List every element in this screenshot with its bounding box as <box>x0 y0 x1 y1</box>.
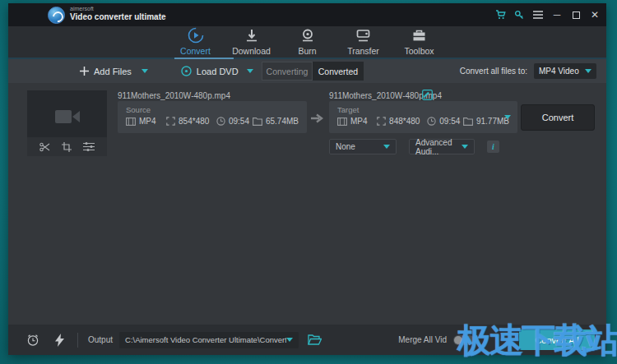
store-cart-icon[interactable] <box>494 9 506 21</box>
main-nav: Convert Download Burn Transfer Toolbox <box>8 26 606 58</box>
toolbox-icon <box>412 29 426 44</box>
output-path-value: C:\Aimersoft Video Converter Ultimate\Co… <box>125 335 286 344</box>
folder-icon <box>253 117 262 126</box>
merge-all-toggle[interactable] <box>453 335 475 345</box>
add-files-dropdown-caret[interactable] <box>141 69 148 73</box>
app-window: aimersoft Video converter ultimate ─ ✕ C… <box>8 3 606 355</box>
dvd-icon <box>181 66 192 76</box>
tab-toolbox-label: Toolbox <box>404 46 434 56</box>
audio-select-value: Advanced Audi... <box>415 138 462 156</box>
app-title: Video converter ultimate <box>70 12 166 21</box>
tab-converted[interactable]: Converted <box>313 62 364 81</box>
tab-transfer-label: Transfer <box>347 46 379 56</box>
register-key-icon[interactable] <box>513 9 525 21</box>
bottom-bar: Output C:\Aimersoft Video Converter Ulti… <box>8 325 606 355</box>
brand-label: aimersoft <box>70 6 166 12</box>
video-thumbnail <box>27 90 107 156</box>
resolution-icon <box>166 117 175 126</box>
source-resolution: 854*480 <box>166 117 216 126</box>
target-settings-caret[interactable] <box>504 115 511 119</box>
add-files-button[interactable]: Add Files <box>80 67 132 76</box>
target-resolution: 848*480 <box>377 117 427 126</box>
convert-icon <box>188 29 204 44</box>
queue-tabs: Converting Converted <box>262 62 364 81</box>
tab-download[interactable]: Download <box>228 29 276 56</box>
source-label: Source <box>126 105 299 114</box>
output-path-caret <box>286 338 293 342</box>
clock-icon <box>427 117 436 126</box>
load-dvd-label: Load DVD <box>197 67 239 76</box>
open-folder-icon[interactable] <box>308 334 322 345</box>
schedule-timer-icon[interactable] <box>26 334 39 347</box>
target-info-box: Target MP4 848*480 09:54 91.77MB <box>329 101 517 133</box>
source-format: MP4 <box>126 117 166 126</box>
audio-select[interactable]: Advanced Audi... <box>409 139 475 154</box>
effect-select-value: None <box>336 142 355 151</box>
format-film-icon <box>126 117 136 126</box>
convert-all-button[interactable]: Convert All <box>519 329 595 350</box>
transfer-device-icon <box>356 29 370 44</box>
load-dvd-button[interactable]: Load DVD <box>181 66 239 76</box>
download-icon <box>245 29 258 44</box>
resolution-icon <box>377 117 386 126</box>
high-speed-icon[interactable] <box>53 334 66 347</box>
plus-icon <box>80 67 89 76</box>
format-dropdown-caret <box>585 69 591 73</box>
info-button[interactable]: i <box>487 141 499 153</box>
output-path-select[interactable]: C:\Aimersoft Video Converter Ultimate\Co… <box>119 332 299 348</box>
file-list: 911Mothers_2010W-480p.mp4 911Mothers_201… <box>8 83 606 325</box>
tab-burn-label: Burn <box>298 46 316 56</box>
target-size: 91.77MB <box>463 117 509 126</box>
source-filename: 911Mothers_2010W-480p.mp4 <box>118 91 230 100</box>
merge-all-label: Merge All Vid <box>398 335 447 344</box>
tab-toolbox[interactable]: Toolbox <box>396 29 443 56</box>
trim-scissors-icon[interactable] <box>39 142 50 152</box>
tab-transfer[interactable]: Transfer <box>340 29 387 56</box>
maximize-button[interactable] <box>570 9 582 21</box>
target-label: Target <box>337 105 509 114</box>
clock-icon <box>216 117 225 126</box>
folder-icon <box>463 117 473 126</box>
rename-edit-icon[interactable] <box>422 90 433 102</box>
effect-select-caret <box>383 145 390 149</box>
convert-all-to-label: Convert all files to: <box>460 67 527 76</box>
source-info-box: Source MP4 854*480 09:54 65.74MB <box>118 101 307 133</box>
video-camera-icon <box>27 102 107 131</box>
output-label: Output <box>88 335 113 344</box>
tab-converting[interactable]: Converting <box>262 62 313 81</box>
tab-convert[interactable]: Convert <box>172 29 220 56</box>
source-to-target-arrow-icon <box>311 113 326 125</box>
target-format: MP4 <box>337 117 377 126</box>
edit-toolbar <box>27 137 107 156</box>
source-duration: 09:54 <box>216 117 253 126</box>
effects-adjust-icon[interactable] <box>83 142 95 151</box>
effect-select[interactable]: None <box>329 139 397 154</box>
minimize-button[interactable]: ─ <box>551 9 563 21</box>
app-logo-icon <box>48 7 65 24</box>
divider <box>77 333 78 348</box>
source-size: 65.74MB <box>253 117 299 126</box>
toolbar: Add Files Load DVD Converting Converted … <box>8 59 606 83</box>
menu-icon[interactable] <box>532 9 544 21</box>
target-duration: 09:54 <box>427 117 463 126</box>
format-film-icon <box>337 117 347 126</box>
output-format-value: MP4 Video <box>539 67 579 76</box>
add-files-label: Add Files <box>94 67 132 76</box>
convert-button[interactable]: Convert <box>521 104 595 131</box>
output-format-select[interactable]: MP4 Video <box>534 63 596 79</box>
close-button[interactable]: ✕ <box>589 9 601 21</box>
crop-icon[interactable] <box>62 142 72 152</box>
audio-select-caret <box>462 145 468 149</box>
tab-convert-label: Convert <box>180 46 211 56</box>
tab-download-label: Download <box>232 46 271 56</box>
burn-disc-icon <box>301 29 314 44</box>
tab-burn[interactable]: Burn <box>284 29 332 56</box>
titlebar: aimersoft Video converter ultimate ─ ✕ <box>8 3 606 26</box>
load-dvd-dropdown-caret[interactable] <box>247 69 253 73</box>
